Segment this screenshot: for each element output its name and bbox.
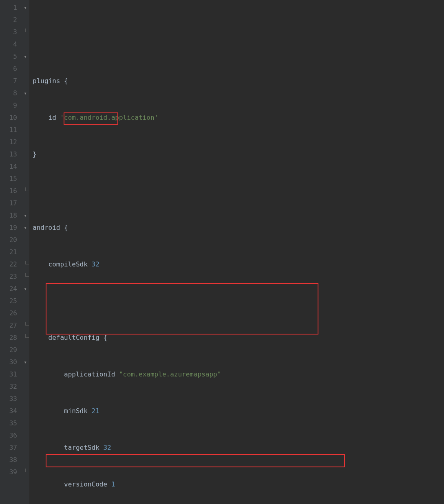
line-number: 5 — [3, 51, 17, 63]
fold-marker[interactable] — [21, 222, 29, 234]
fold-marker[interactable] — [21, 75, 29, 87]
fold-marker[interactable] — [21, 368, 29, 381]
fold-marker[interactable] — [21, 246, 29, 258]
fold-marker[interactable] — [21, 258, 29, 271]
fold-marker[interactable] — [21, 429, 29, 442]
line-number: 21 — [3, 246, 17, 258]
fold-marker[interactable] — [21, 51, 29, 63]
fold-marker[interactable] — [21, 271, 29, 283]
line-number: 34 — [3, 405, 17, 417]
fold-marker[interactable] — [21, 63, 29, 75]
fold-marker[interactable] — [21, 344, 29, 356]
fold-marker[interactable] — [21, 283, 29, 295]
line-number: 39 — [3, 466, 17, 478]
code-line[interactable]: versionCode 1 — [33, 478, 444, 491]
line-number: 28 — [3, 332, 17, 344]
line-number: 29 — [3, 344, 17, 356]
fold-marker[interactable] — [21, 87, 29, 99]
line-number: 9 — [3, 99, 17, 112]
fold-marker[interactable] — [21, 2, 29, 14]
line-number: 16 — [3, 185, 17, 197]
line-number: 35 — [3, 417, 17, 429]
code-line[interactable]: minSdk 21 — [33, 405, 444, 417]
line-number: 18 — [3, 209, 17, 222]
line-number: 8 — [3, 87, 17, 99]
line-number: 6 — [3, 63, 17, 75]
fold-marker[interactable] — [21, 99, 29, 112]
fold-marker[interactable] — [21, 405, 29, 417]
line-number-gutter: 1234567891011121314151617181920212223242… — [0, 0, 21, 504]
code-line[interactable]: android { — [33, 222, 444, 234]
fold-marker[interactable] — [21, 148, 29, 161]
line-number: 26 — [3, 307, 17, 319]
code-line[interactable]: targetSdk 32 — [33, 442, 444, 454]
fold-marker[interactable] — [21, 14, 29, 26]
line-number: 15 — [3, 173, 17, 185]
fold-marker[interactable] — [21, 209, 29, 222]
line-number: 33 — [3, 393, 17, 405]
code-line[interactable]: plugins { — [33, 75, 444, 87]
line-number: 31 — [3, 368, 17, 381]
code-line[interactable]: compileSdk 32 — [33, 258, 444, 271]
code-line[interactable]: } — [33, 148, 444, 161]
line-number: 37 — [3, 442, 17, 454]
fold-marker[interactable] — [21, 393, 29, 405]
fold-marker[interactable] — [21, 454, 29, 466]
code-line[interactable] — [33, 185, 444, 197]
code-editor[interactable]: 1234567891011121314151617181920212223242… — [0, 0, 444, 504]
line-number: 11 — [3, 124, 17, 136]
line-number: 2 — [3, 14, 17, 26]
fold-marker[interactable] — [21, 161, 29, 173]
line-number: 10 — [3, 112, 17, 124]
fold-marker[interactable] — [21, 332, 29, 344]
fold-marker[interactable] — [21, 356, 29, 368]
line-number: 4 — [3, 38, 17, 51]
fold-marker[interactable] — [21, 38, 29, 51]
line-number: 36 — [3, 429, 17, 442]
line-number: 22 — [3, 258, 17, 271]
line-number: 14 — [3, 161, 17, 173]
line-number: 12 — [3, 136, 17, 148]
fold-marker[interactable] — [21, 466, 29, 478]
line-number: 24 — [3, 283, 17, 295]
line-number: 27 — [3, 319, 17, 332]
line-number: 3 — [3, 26, 17, 38]
fold-marker[interactable] — [21, 197, 29, 209]
fold-marker[interactable] — [21, 136, 29, 148]
fold-gutter[interactable] — [21, 0, 29, 504]
fold-marker[interactable] — [21, 173, 29, 185]
highlight-box-azure-dep — [46, 454, 345, 467]
line-number: 30 — [3, 356, 17, 368]
line-number: 7 — [3, 75, 17, 87]
line-number: 1 — [3, 2, 17, 14]
fold-marker[interactable] — [21, 234, 29, 246]
code-area[interactable]: plugins { id 'com.android.application' }… — [29, 0, 444, 504]
fold-marker[interactable] — [21, 381, 29, 393]
line-number: 32 — [3, 381, 17, 393]
fold-marker[interactable] — [21, 124, 29, 136]
line-number: 13 — [3, 148, 17, 161]
fold-marker[interactable] — [21, 26, 29, 38]
code-line[interactable]: defaultConfig { — [33, 332, 444, 344]
line-number: 25 — [3, 295, 17, 307]
code-line[interactable]: id 'com.android.application' — [33, 112, 444, 124]
line-number: 17 — [3, 197, 17, 209]
line-number: 19 — [3, 222, 17, 234]
code-line[interactable] — [33, 295, 444, 307]
fold-marker[interactable] — [21, 185, 29, 197]
fold-marker[interactable] — [21, 307, 29, 319]
line-number: 23 — [3, 271, 17, 283]
fold-marker[interactable] — [21, 417, 29, 429]
fold-marker[interactable] — [21, 112, 29, 124]
line-number: 38 — [3, 454, 17, 466]
code-line[interactable]: applicationId "com.example.azuremapsapp" — [33, 368, 444, 381]
fold-marker[interactable] — [21, 295, 29, 307]
fold-marker[interactable] — [21, 442, 29, 454]
highlight-box-compileOptions — [46, 283, 318, 335]
fold-marker[interactable] — [21, 319, 29, 332]
line-number: 20 — [3, 234, 17, 246]
